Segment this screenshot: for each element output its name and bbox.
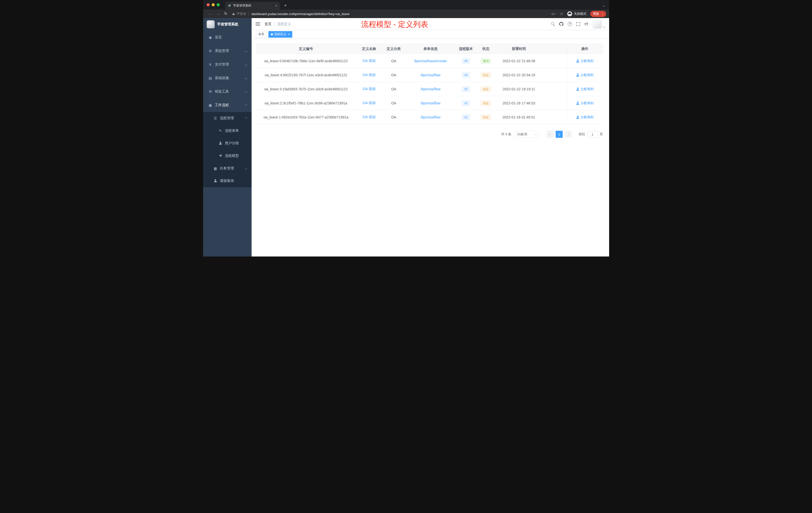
kebab-menu-icon[interactable]: ⋮ (601, 12, 604, 16)
main-area: 流程模型 - 定义列表 首页 / 流程定义 ? (252, 18, 609, 256)
back-button[interactable]: ← (208, 12, 212, 16)
form-link[interactable]: /bpm/oa/leave/create (414, 59, 447, 63)
sidebar-item-task-management[interactable]: ▦ 任务管理 (203, 162, 252, 175)
maximize-window-button[interactable] (217, 3, 220, 6)
yen-icon: ¥ (208, 63, 213, 66)
definition-id-cell: oa_leave:3:1fad3d93-7b75-11ec-a3c8-acde4… (256, 87, 356, 91)
form-link[interactable]: /bpm/oa/flow (420, 101, 440, 105)
prev-page-button[interactable] (547, 131, 554, 138)
category-cell: OA (382, 101, 406, 105)
definition-id-cell: oa_leave:1:482ec033-762a-11ec-8477-a2380… (256, 115, 356, 119)
assign-rule-link[interactable]: 分配规则 (576, 59, 593, 63)
table-row: oa_leave:2:3c1f0ef1-76b1-11ec-9c66-a2380… (256, 96, 603, 110)
assign-rule-link[interactable]: 分配规则 (576, 115, 593, 119)
tab-search-chevron-icon[interactable] (602, 4, 605, 7)
sidebar-item-leave-query[interactable]: 请假查询 (203, 175, 252, 187)
form-link[interactable]: /bpm/oa/flow (420, 115, 440, 119)
font-size-button[interactable]: tT (584, 22, 588, 26)
definition-name-link[interactable]: OA 请假 (362, 115, 375, 119)
header-cell-version: 流程版本 (456, 47, 476, 51)
new-tab-button[interactable]: + (282, 2, 289, 9)
status-cell: 挂起 (476, 72, 496, 78)
sidebar-item-payment-management[interactable]: ¥ 支付管理 (203, 58, 252, 71)
update-button[interactable]: 更新 ⋮ (590, 11, 606, 17)
close-window-button[interactable] (207, 3, 210, 6)
page-number-button[interactable]: 1 (556, 131, 563, 138)
status-badge: 挂起 (481, 115, 491, 120)
navbar-actions: ? tT (551, 20, 605, 29)
version-cell: v5 (456, 58, 476, 64)
forward-button[interactable]: → (216, 12, 220, 16)
definition-name-link[interactable]: OA 请假 (362, 73, 375, 77)
form-cell: /bpm/oa/flow (406, 101, 456, 105)
tags-bar: 首页 流程定义 × (252, 30, 609, 39)
tab-close-icon[interactable]: × (275, 4, 277, 7)
tab-title: 芋道管理系统 (233, 3, 273, 8)
definition-name-link[interactable]: OA 请假 (362, 101, 375, 105)
fullscreen-icon[interactable] (576, 22, 580, 26)
github-icon[interactable] (559, 22, 563, 26)
assign-rule-link[interactable]: 分配规则 (576, 87, 593, 91)
page-size-select[interactable]: 10条/页 (515, 131, 539, 138)
dashboard-icon: ◉ (208, 36, 213, 39)
sidebar-collapse-button[interactable] (256, 22, 260, 26)
version-cell: v2 (456, 100, 476, 106)
sidebar-item-user-group[interactable]: 用户分组 (203, 137, 252, 150)
user-menu[interactable] (593, 20, 605, 29)
task-icon: ▦ (213, 167, 218, 170)
status-cell: 挂起 (476, 86, 496, 92)
version-badge: v3 (462, 86, 470, 92)
person-icon (576, 116, 579, 119)
sidebar-item-label: 流程管理 (220, 116, 243, 120)
form-link[interactable]: /bpm/oa/flow (420, 73, 440, 77)
toolbar-right: ☆ 无痕模式 更新 ⋮ (552, 11, 606, 17)
sidebar-item-home[interactable]: ◉ 首页 (203, 31, 252, 44)
assign-rule-link[interactable]: 分配规则 (576, 101, 593, 105)
deploy-time-cell: 2022-01-22 21:48:38 (496, 59, 542, 63)
sidebar-item-dev-tools[interactable]: ⚒ 研发工具 (203, 85, 252, 98)
form-cell: /bpm/oa/flow (406, 87, 456, 91)
app-root: 芋道管理系统 ◉ 首页 ⚙ 系统管理 ¥ 支付管理 ▤ (203, 18, 609, 256)
definition-name-cell: OA 请假 (356, 101, 382, 105)
app-logo (207, 20, 215, 28)
sidebar-item-workflow[interactable]: ▣ 工作流程 (203, 98, 252, 112)
table-row: oa_leave:3:1fad3d93-7b75-11ec-a3c8-acde4… (256, 82, 603, 96)
sidebar-item-label: 工作流程 (215, 103, 243, 108)
deploy-time-cell: 2022-01-22 19:19:11 (496, 87, 542, 91)
search-icon[interactable] (551, 22, 555, 26)
bookmark-star-icon[interactable]: ☆ (560, 12, 563, 16)
minimize-window-button[interactable] (212, 3, 215, 6)
definition-name-link[interactable]: OA 请假 (362, 87, 375, 91)
page-size-value: 10条/页 (517, 132, 527, 137)
tag-close-icon[interactable]: × (288, 33, 290, 36)
sidebar-item-process-management[interactable]: ☰ 流程管理 (203, 112, 252, 124)
url-separator (249, 12, 249, 16)
avatar[interactable] (593, 20, 602, 29)
reload-button[interactable]: ↻ (224, 12, 228, 16)
sidebar-item-process-model[interactable]: 流程模型 (203, 150, 252, 162)
sidebar-item-label: 请假查询 (220, 179, 248, 183)
chevron-down-icon (534, 133, 536, 135)
help-icon[interactable]: ? (568, 22, 572, 26)
next-page-button[interactable] (565, 131, 572, 138)
definition-id-cell: oa_leave:2:3c1f0ef1-76b1-11ec-9c66-a2380… (256, 101, 356, 105)
status-cell: 挂起 (476, 100, 496, 106)
hamburger-icon (256, 22, 260, 26)
sidebar-item-infrastructure[interactable]: ▤ 基础设施 (203, 71, 252, 85)
goto-input[interactable] (587, 131, 598, 138)
browser-tab[interactable]: 芋道管理系统 × (225, 2, 280, 9)
user-icon (213, 179, 218, 183)
tag-process-definition[interactable]: 流程定义 × (268, 31, 292, 38)
sidebar-item-process-form[interactable]: ✎ 流程表单 (203, 124, 252, 137)
definition-name-link[interactable]: OA 请假 (362, 59, 375, 63)
tag-home[interactable]: 首页 (256, 31, 267, 38)
app-logo-row[interactable]: 芋道管理系统 (203, 18, 252, 31)
sidebar-item-system-management[interactable]: ⚙ 系统管理 (203, 44, 252, 58)
definition-name-cell: OA 请假 (356, 73, 382, 77)
address-bar[interactable]: 不安全 dashboard.yudao.iocoder.cn/bpm/manag… (232, 12, 549, 16)
form-link[interactable]: /bpm/oa/flow (420, 87, 440, 91)
action-cell: 分配规则 (567, 82, 603, 96)
breadcrumb-home[interactable]: 首页 (265, 22, 272, 26)
assign-rule-link[interactable]: 分配规则 (576, 73, 593, 77)
password-key-icon[interactable] (552, 13, 556, 15)
